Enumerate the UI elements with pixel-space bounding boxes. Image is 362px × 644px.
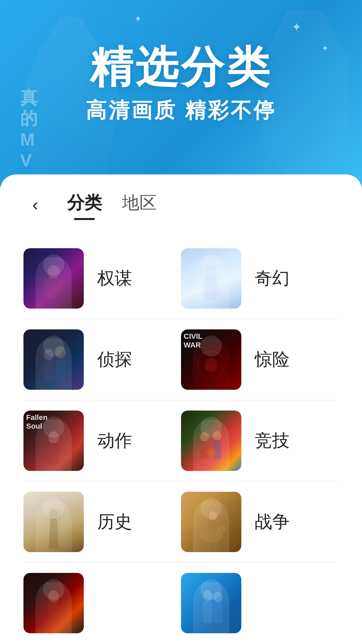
- category-item-bottom-right[interactable]: [181, 563, 339, 643]
- category-label-jingji: 竞技: [255, 429, 290, 452]
- tab-category[interactable]: 分类: [67, 191, 102, 218]
- svg-rect-13: [48, 443, 60, 465]
- svg-rect-30: [203, 600, 213, 623]
- fallen-soul-text: FallenSoul: [26, 413, 48, 431]
- svg-point-18: [206, 448, 216, 457]
- category-item-jingji[interactable]: 竞技: [181, 400, 339, 481]
- category-item-dongzuo[interactable]: FallenSoul 动作: [23, 400, 181, 481]
- category-item-quanmou[interactable]: 权谋: [23, 238, 181, 319]
- svg-rect-24: [208, 520, 217, 535]
- category-label-qihuan: 奇幻: [255, 267, 290, 290]
- svg-point-14: [200, 432, 209, 441]
- thumb-art: [40, 505, 67, 552]
- category-label-jingxian: 惊险: [255, 348, 290, 371]
- back-button[interactable]: ‹: [23, 193, 47, 216]
- svg-point-12: [48, 431, 59, 443]
- svg-rect-26: [214, 541, 218, 551]
- svg-rect-3: [59, 279, 64, 294]
- hero-title-sub: 高清画质 精彩不停: [0, 96, 362, 124]
- svg-point-16: [213, 431, 222, 440]
- hero-title-block: 精选分类 高清画质 精彩不停: [0, 44, 362, 124]
- thumb-art: [198, 262, 225, 309]
- category-item-bottom-left[interactable]: [23, 563, 181, 643]
- svg-point-11: [204, 358, 218, 371]
- svg-point-31: [213, 592, 223, 602]
- thumb-art: [37, 262, 70, 309]
- svg-point-8: [55, 346, 66, 358]
- category-thumb-quanmou: [23, 248, 84, 309]
- sparkle-icon-1: ✦: [292, 20, 302, 34]
- svg-rect-7: [44, 360, 54, 381]
- category-label-zhentan: 侦探: [97, 348, 132, 371]
- category-thumb-qihuan: [181, 248, 241, 309]
- category-thumb-zhentan: [23, 329, 84, 390]
- category-item-zhentan[interactable]: 侦探: [23, 319, 181, 400]
- svg-rect-2: [44, 279, 48, 294]
- content-panel: ‹ 分类 地区 权谋: [0, 174, 362, 644]
- thumb-art: [37, 586, 70, 633]
- svg-rect-20: [59, 510, 60, 537]
- category-item-lishi[interactable]: 历史: [23, 482, 181, 562]
- svg-point-0: [48, 265, 60, 278]
- category-label-lishi: 历史: [97, 510, 132, 534]
- civilwar-text: CIVILWAR: [184, 332, 202, 350]
- category-thumb-bottom-left: [23, 573, 84, 633]
- category-item-jingxian[interactable]: CIVILWAR 惊险: [181, 319, 339, 400]
- svg-point-4: [206, 265, 217, 277]
- category-item-zhanzhen[interactable]: 战争: [181, 482, 339, 562]
- svg-point-21: [209, 511, 217, 521]
- category-thumb-lishi: [23, 492, 84, 552]
- svg-point-27: [48, 590, 59, 602]
- thumb-art: [194, 427, 228, 471]
- category-thumb-jingxian: CIVILWAR: [181, 329, 241, 390]
- thumb-art: [40, 427, 67, 471]
- thumb-art: [37, 343, 70, 390]
- hero-section: ✦ ✦ ✦ 真 的 M V 精选分类 高清画质 精彩不停: [0, 0, 362, 188]
- svg-point-23: [217, 525, 227, 532]
- category-thumb-zhanzhen: [181, 492, 241, 552]
- category-thumb-dongzuo: FallenSoul: [23, 411, 84, 471]
- svg-rect-28: [48, 602, 59, 625]
- category-label-quanmou: 权谋: [97, 267, 132, 290]
- svg-rect-5: [206, 276, 217, 300]
- tabs-container: 分类 地区: [67, 191, 157, 218]
- svg-rect-1: [48, 278, 60, 298]
- tab-bar: ‹ 分类 地区: [0, 174, 362, 228]
- svg-point-29: [203, 590, 213, 601]
- thumb-art: [196, 350, 226, 390]
- category-grid: 权谋 奇幻: [0, 228, 362, 644]
- category-thumb-jingji: [181, 411, 241, 471]
- tab-region[interactable]: 地区: [122, 191, 157, 218]
- thumb-art: [194, 505, 228, 552]
- hero-title-main: 精选分类: [0, 44, 362, 91]
- svg-rect-25: [204, 541, 208, 551]
- svg-rect-9: [55, 358, 65, 381]
- category-thumb-bottom-right: [181, 573, 241, 633]
- svg-point-19: [49, 509, 58, 520]
- svg-point-6: [44, 349, 54, 360]
- svg-rect-32: [213, 602, 223, 623]
- category-label-dongzuo: 动作: [97, 429, 132, 452]
- category-label-zhanzhen: 战争: [255, 510, 290, 534]
- category-item-qihuan[interactable]: 奇幻: [181, 238, 339, 319]
- sparkle-icon-3: ✦: [134, 13, 142, 24]
- thumb-art: [194, 586, 228, 633]
